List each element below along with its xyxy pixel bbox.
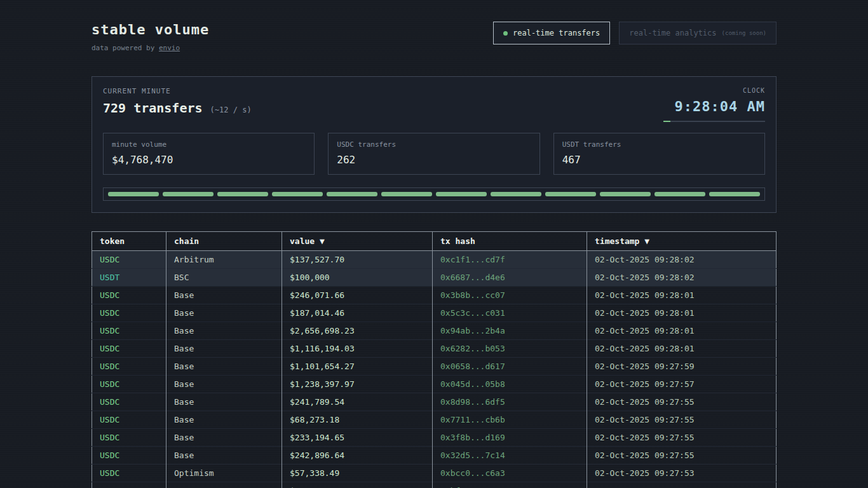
cell-tx-hash[interactable]: 0x3f8b...d169 bbox=[433, 429, 587, 447]
table-row: USDTBSC$100,0000x6687...d4e602-Oct-2025 … bbox=[92, 269, 776, 287]
cell-timestamp: 02-Oct-2025 09:27:55 bbox=[587, 393, 776, 411]
clock-block: CLOCK 9:28:04 AM bbox=[663, 87, 765, 122]
cell-chain: Base bbox=[166, 304, 282, 322]
cell-timestamp: 02-Oct-2025 09:28:01 bbox=[587, 340, 776, 358]
cell-chain: Base bbox=[166, 447, 282, 464]
stat-card-value: 467 bbox=[562, 154, 756, 166]
cell-value: $137,527.70 bbox=[282, 251, 433, 269]
table-row: USDCBase$246,071.660x3b8b...cc0702-Oct-2… bbox=[92, 287, 776, 304]
page-header: stable volume data powered by envio real… bbox=[92, 22, 776, 52]
activity-segment bbox=[108, 192, 159, 196]
table-row: USDCBase$1,238,397.970x045d...05b802-Oct… bbox=[92, 376, 776, 393]
cell-chain: Base bbox=[166, 322, 282, 340]
cell-timestamp: 02-Oct-2025 09:28:01 bbox=[587, 287, 776, 304]
table-head: tokenchainvalue ▼tx hashtimestamp ▼ bbox=[92, 232, 776, 251]
cell-tx-hash[interactable]: 0x32d5...7c14 bbox=[433, 447, 587, 464]
activity-segment bbox=[327, 192, 377, 196]
page-title: stable volume bbox=[92, 22, 209, 37]
cell-tx-hash[interactable]: 0x7711...cb6b bbox=[433, 411, 587, 429]
column-header-tx-hash[interactable]: tx hash bbox=[433, 232, 587, 251]
column-header-chain[interactable]: chain bbox=[166, 232, 282, 251]
table-header-row: tokenchainvalue ▼tx hashtimestamp ▼ bbox=[92, 232, 776, 251]
cell-value: $57,338.49 bbox=[282, 464, 433, 482]
cell-token: USDC bbox=[92, 287, 166, 304]
cell-tx-hash[interactable]: 0x045d...05b8 bbox=[433, 376, 587, 393]
cell-tx-hash[interactable]: 0x3b8b...cc07 bbox=[433, 287, 587, 304]
view-tabs: real-time transfers real-time analytics … bbox=[493, 22, 776, 44]
stat-card-value: $4,768,470 bbox=[112, 154, 306, 166]
cell-token: USDC bbox=[92, 251, 166, 269]
cell-tx-hash[interactable]: 0x0658...d617 bbox=[433, 358, 587, 376]
live-indicator-icon bbox=[503, 31, 508, 36]
envio-link[interactable]: envio bbox=[159, 44, 180, 52]
cell-value: $246,071.66 bbox=[282, 287, 433, 304]
cell-token: USDT bbox=[92, 269, 166, 287]
activity-segment bbox=[600, 192, 651, 196]
cell-token: USDC bbox=[92, 464, 166, 482]
cell-value: $100,000 bbox=[282, 269, 433, 287]
cell-chain: Base bbox=[166, 287, 282, 304]
cell-timestamp: 02-Oct-2025 09:27:55 bbox=[587, 447, 776, 464]
cell-chain: Base bbox=[166, 393, 282, 411]
cell-token: USDC bbox=[92, 358, 166, 376]
powered-by-text: data powered by bbox=[92, 44, 159, 52]
cell-chain: Base bbox=[166, 429, 282, 447]
cell-chain: Base bbox=[166, 482, 282, 488]
cell-value: $241,789.54 bbox=[282, 393, 433, 411]
page-container: stable volume data powered by envio real… bbox=[92, 0, 776, 488]
cell-chain: BSC bbox=[166, 269, 282, 287]
stat-card-label: USDC transfers bbox=[337, 140, 531, 149]
tab-analytics-label: real-time analytics bbox=[629, 29, 716, 37]
cell-timestamp: 02-Oct-2025 09:28:01 bbox=[587, 304, 776, 322]
cell-value: $242,896.64 bbox=[282, 447, 433, 464]
cell-tx-hash[interactable]: 0x94ab...2b4a bbox=[433, 322, 587, 340]
tab-realtime-transfers[interactable]: real-time transfers bbox=[493, 22, 610, 44]
clock-time: 9:28:04 AM bbox=[663, 98, 765, 114]
activity-segment bbox=[709, 192, 760, 196]
table-row: USDCBase$1,116,194.030x6282...b05302-Oct… bbox=[92, 340, 776, 358]
stat-card-usdt-transfers: USDT transfers 467 bbox=[553, 133, 765, 175]
cell-token: USDC bbox=[92, 411, 166, 429]
cell-token: USDC bbox=[92, 322, 166, 340]
cell-timestamp: 02-Oct-2025 09:28:02 bbox=[587, 269, 776, 287]
activity-segment bbox=[163, 192, 214, 196]
table-body: USDCArbitrum$137,527.700xc1f1...cd7f02-O… bbox=[92, 251, 776, 488]
table-row: USDCBase$241,789.540x8d98...6df502-Oct-2… bbox=[92, 393, 776, 411]
cell-tx-hash[interactable]: 0xbcc0...c6a3 bbox=[433, 464, 587, 482]
cell-token: USDC bbox=[92, 393, 166, 411]
stat-card-usdc-transfers: USDC transfers 262 bbox=[328, 133, 539, 175]
cell-token: USDC bbox=[92, 304, 166, 322]
transfers-count: 729 transfers (~12 / s) bbox=[103, 100, 252, 116]
transfers-rate: (~12 / s) bbox=[210, 105, 252, 114]
activity-segment bbox=[217, 192, 268, 196]
stat-cards: minute volume $4,768,470 USDC transfers … bbox=[103, 133, 765, 175]
cell-tx-hash[interactable]: 0x8d98...6df5 bbox=[433, 393, 587, 411]
cell-token: USDC bbox=[92, 340, 166, 358]
column-header-timestamp[interactable]: timestamp ▼ bbox=[587, 232, 776, 251]
table-row: USDCBase$1,101,654.270x0658...d61702-Oct… bbox=[92, 358, 776, 376]
cell-timestamp: 02-Oct-2025 09:27:59 bbox=[587, 358, 776, 376]
cell-value: $1,116,194.03 bbox=[282, 340, 433, 358]
column-header-token[interactable]: token bbox=[92, 232, 166, 251]
coming-soon-badge: (coming soon) bbox=[722, 30, 766, 36]
panel-top-row: CURRENT MINUTE 729 transfers (~12 / s) C… bbox=[103, 87, 765, 122]
current-minute-panel: CURRENT MINUTE 729 transfers (~12 / s) C… bbox=[92, 76, 776, 213]
activity-segment bbox=[491, 192, 541, 196]
cell-value: $1,238,397.97 bbox=[282, 376, 433, 393]
cell-chain: Base bbox=[166, 411, 282, 429]
cell-tx-hash[interactable]: 0x5c3c...c031 bbox=[433, 304, 587, 322]
cell-tx-hash[interactable]: 0xbf75...3661 bbox=[433, 482, 587, 488]
transfers-count-value: 729 transfers bbox=[103, 100, 203, 116]
tab-realtime-analytics: real-time analytics (coming soon) bbox=[619, 22, 776, 44]
cell-token: USDC bbox=[92, 447, 166, 464]
activity-segment-bar bbox=[103, 187, 765, 201]
column-header-value[interactable]: value ▼ bbox=[282, 232, 433, 251]
cell-tx-hash[interactable]: 0x6687...d4e6 bbox=[433, 269, 587, 287]
cell-tx-hash[interactable]: 0x6282...b053 bbox=[433, 340, 587, 358]
table-row: USDCBase$233,194.650xbf75...366102-Oct-2… bbox=[92, 482, 776, 488]
cell-chain: Base bbox=[166, 358, 282, 376]
table-row: USDCBase$68,273.180x7711...cb6b02-Oct-20… bbox=[92, 411, 776, 429]
stat-card-label: USDT transfers bbox=[562, 140, 756, 149]
activity-segment bbox=[272, 192, 323, 196]
cell-tx-hash[interactable]: 0xc1f1...cd7f bbox=[433, 251, 587, 269]
